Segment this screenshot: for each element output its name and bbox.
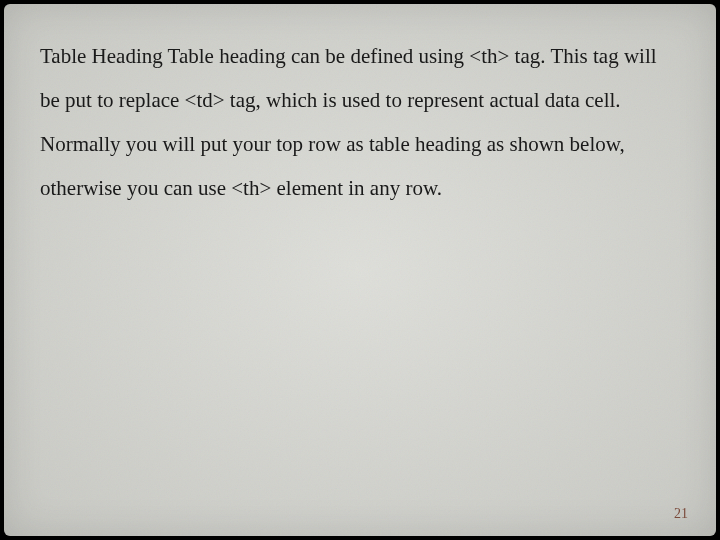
page-number: 21	[674, 506, 688, 522]
body-text: Table Heading Table heading can be defin…	[40, 34, 680, 210]
slide-container: Table Heading Table heading can be defin…	[4, 4, 716, 536]
